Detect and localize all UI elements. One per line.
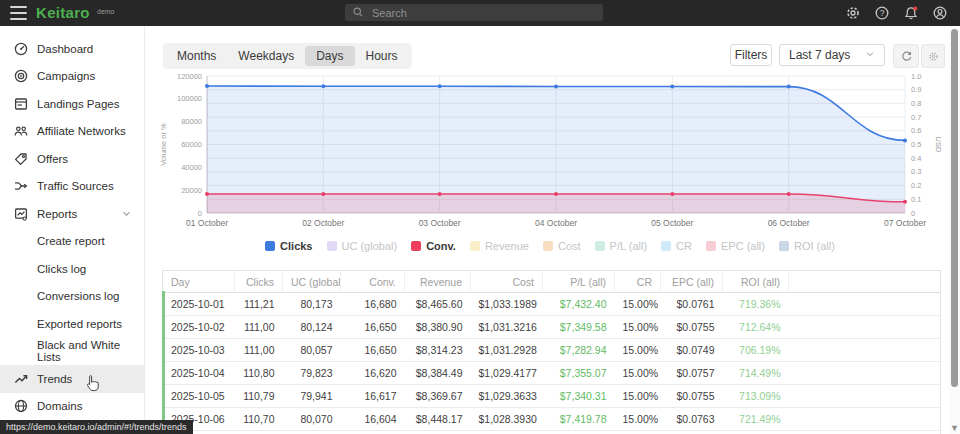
filters-button[interactable]: Filters (730, 44, 772, 66)
sidebar-item-conversions-log[interactable]: Conversions log (0, 283, 144, 311)
sidebar-item-label: Affiliate Networks (37, 125, 126, 137)
legend-item-revenue[interactable]: Revenue (470, 240, 529, 252)
period-tabs: MonthsWeekdaysDaysHours (163, 43, 412, 69)
legend-item-uc-global-[interactable]: UC (global) (327, 240, 398, 252)
table-cell: $0.0761 (661, 293, 723, 316)
sidebar-item-label: Traffic Sources (37, 180, 114, 192)
column-header[interactable]: Day (163, 271, 235, 293)
legend-item-epc-all-[interactable]: EPC (all) (706, 240, 765, 252)
column-header[interactable]: P/L (all) (543, 271, 615, 293)
table-cell (283, 431, 341, 434)
svg-text:20000: 20000 (181, 186, 202, 195)
svg-text:0.4: 0.4 (911, 154, 921, 163)
sidebar-item-landings-pages[interactable]: Landings Pages (0, 90, 144, 118)
sidebar-item-reports[interactable]: Reports (0, 200, 144, 228)
sidebar-item-campaigns[interactable]: Campaigns (0, 63, 144, 91)
sidebar-item-trends[interactable]: Trends (0, 365, 144, 393)
date-range-select[interactable]: Last 7 days (779, 44, 885, 66)
column-header[interactable]: Conv. (341, 271, 405, 293)
column-header[interactable]: Revenue (405, 271, 471, 293)
column-header[interactable]: Cost (471, 271, 543, 293)
tab-hours[interactable]: Hours (355, 46, 409, 66)
svg-text:40000: 40000 (181, 163, 202, 172)
column-header[interactable]: Clicks (235, 271, 283, 293)
settings-icon[interactable] (845, 5, 861, 21)
svg-text:120000: 120000 (177, 72, 202, 81)
sidebar-item-create-report[interactable]: Create report (0, 228, 144, 256)
table-cell (543, 431, 615, 434)
sidebar-item-black-and-white-lists[interactable]: Black and White Lists (0, 338, 144, 366)
trends-chart[interactable]: 1200001000008000060000400002000001.00.90… (150, 66, 950, 242)
sidebar-item-domains[interactable]: Domains (0, 393, 144, 421)
table-row: 2025-10-04110,8079,82316,620$8,384.49$1,… (163, 362, 941, 385)
help-icon[interactable]: ? (874, 5, 890, 21)
legend-label: Conv. (426, 240, 456, 252)
table-cell: 79,823 (283, 362, 341, 385)
table-cell: 16,680 (341, 293, 405, 316)
trends-icon (13, 371, 29, 387)
table-cell: 719.36% (723, 293, 789, 316)
legend-swatch (327, 241, 337, 251)
table-cell: 15.00% (615, 339, 661, 362)
sidebar-item-traffic-sources[interactable]: Traffic Sources (0, 173, 144, 201)
column-header[interactable]: EPC (all) (661, 271, 723, 293)
table-cell: $8,384.49 (405, 362, 471, 385)
svg-text:06 October: 06 October (768, 218, 810, 228)
legend-item-conv-[interactable]: Conv. (411, 240, 456, 252)
tab-weekdays[interactable]: Weekdays (227, 46, 305, 66)
sidebar-item-label: Create report (37, 235, 105, 247)
svg-text:01 October: 01 October (186, 218, 228, 228)
sidebar-item-offers[interactable]: Offers (0, 145, 144, 173)
sidebar-item-label: Reports (37, 208, 77, 220)
table-cell: $7,340.31 (543, 385, 615, 408)
legend-label: ROI (all) (794, 240, 835, 252)
affiliate-icon (13, 123, 29, 139)
account-icon[interactable] (932, 5, 948, 21)
sidebar-item-exported-reports[interactable]: Exported reports (0, 310, 144, 338)
chart-settings-button[interactable] (921, 44, 945, 68)
notifications-icon[interactable] (903, 5, 919, 21)
table-cell: 16,620 (341, 362, 405, 385)
legend-item-p-l-all-[interactable]: P/L (all) (595, 240, 648, 252)
sidebar-item-label: Offers (37, 153, 68, 165)
legend-swatch (706, 241, 716, 251)
svg-text:0: 0 (911, 209, 915, 218)
legend-swatch (411, 241, 421, 251)
tab-days[interactable]: Days (305, 46, 354, 66)
table-cell: 110,79 (235, 385, 283, 408)
svg-text:1.0: 1.0 (911, 72, 921, 81)
column-header[interactable]: CR (615, 271, 661, 293)
column-header[interactable]: UC (global) (283, 271, 341, 293)
scrollbar-down-arrow[interactable]: ▼ (950, 423, 959, 433)
table-cell: $0.0757 (661, 362, 723, 385)
search-input[interactable] (370, 6, 596, 20)
table-cell (471, 431, 543, 434)
dashboard-icon (13, 41, 29, 57)
tab-months[interactable]: Months (166, 46, 227, 66)
svg-text:60000: 60000 (181, 140, 202, 149)
search-box[interactable] (345, 4, 603, 21)
column-header[interactable]: ROI (all) (723, 271, 789, 293)
table-cell: 111,00 (235, 339, 283, 362)
scrollbar: ▼ (949, 27, 960, 434)
scrollbar-thumb[interactable] (951, 29, 958, 387)
table-cell: 15.00% (615, 408, 661, 431)
sidebar-item-clicks-log[interactable]: Clicks log (0, 255, 144, 283)
refresh-icon (900, 50, 913, 63)
svg-text:0.6: 0.6 (911, 126, 921, 135)
sidebar-item-label: Dashboard (37, 43, 93, 55)
status-bar-url: https://demo.keitaro.io/admin/#!/trends/… (0, 420, 193, 434)
legend-item-roi-all-[interactable]: ROI (all) (779, 240, 835, 252)
traffic-icon (13, 178, 29, 194)
legend-item-cost[interactable]: Cost (543, 240, 581, 252)
refresh-button[interactable] (893, 44, 919, 68)
legend-item-cr[interactable]: CR (661, 240, 692, 252)
table-cell: 111,00 (235, 316, 283, 339)
table-cell: 15.00% (615, 385, 661, 408)
sidebar-item-dashboard[interactable]: Dashboard (0, 35, 144, 63)
offers-icon (13, 151, 29, 167)
menu-icon[interactable] (10, 6, 27, 20)
table-cell: 16,650 (341, 316, 405, 339)
legend-item-clicks[interactable]: Clicks (265, 240, 312, 252)
sidebar-item-affiliate-networks[interactable]: Affiliate Networks (0, 118, 144, 146)
